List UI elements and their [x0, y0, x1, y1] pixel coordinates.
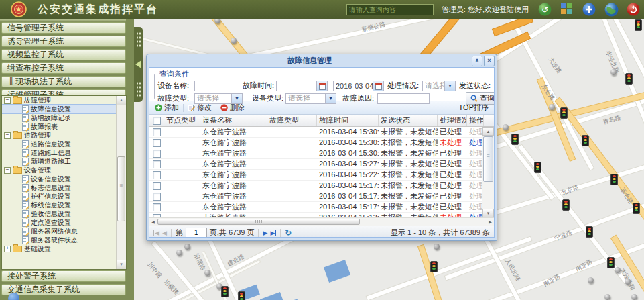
fault-type-select[interactable]: 请选择 ▼	[194, 93, 243, 104]
device-type-select[interactable]: 请选择 ▼	[285, 93, 336, 104]
row-checkbox[interactable]	[153, 171, 161, 179]
traffic-signal-marker-icon[interactable]	[607, 257, 615, 268]
column-header[interactable]: 设备名称	[200, 115, 267, 126]
tree-item[interactable]: 新增故障记录	[2, 113, 126, 122]
camera-marker-icon[interactable]	[184, 244, 190, 250]
table-row[interactable]: 东仓路宁波路 2016-03-04 15:17:01 未报警，未发短信 已处理 …	[149, 191, 494, 202]
tree-item[interactable]: 基础设置	[2, 244, 126, 253]
column-header[interactable]: 发送状态	[379, 115, 438, 126]
sidebar-subsystem-item[interactable]: 接处警子系统	[1, 270, 126, 282]
camera-marker-icon[interactable]	[503, 124, 509, 130]
table-row[interactable]: 东仓路宁波路 2016-03-04 15:30:00 未报警，未发短信 已处理 …	[149, 148, 494, 159]
scrollbar-thumb[interactable]	[483, 136, 493, 182]
row-checkbox[interactable]	[153, 203, 161, 211]
traffic-signal-marker-icon[interactable]	[511, 134, 519, 145]
sidebar-subsystem-item[interactable]: 缉查布控子系统	[1, 62, 126, 74]
sidebar-splitter[interactable]	[134, 27, 143, 102]
tree-item[interactable]: 道路施工信息	[2, 148, 126, 157]
prev-page-button[interactable]: ◀	[162, 230, 167, 236]
camera-marker-icon[interactable]	[604, 294, 610, 300]
camera-marker-icon[interactable]	[588, 277, 594, 283]
camera-marker-icon[interactable]	[615, 267, 621, 273]
tree-item[interactable]: 故障信息设置	[2, 105, 126, 113]
last-page-button[interactable]: ▶	[270, 230, 276, 236]
traffic-signal-marker-icon[interactable]	[635, 19, 642, 31]
column-header[interactable]: 操作	[467, 115, 484, 126]
scroll-down-icon[interactable]: ▼	[117, 260, 126, 269]
next-page-button[interactable]: ▶	[263, 230, 267, 236]
sidebar-subsystem-item[interactable]: 诱导管理子系统	[1, 36, 126, 47]
traffic-signal-marker-icon[interactable]	[560, 107, 568, 119]
tree-toggle-icon[interactable]	[4, 132, 11, 139]
traffic-signal-marker-icon[interactable]	[221, 286, 229, 297]
traffic-signal-marker-icon[interactable]	[238, 291, 245, 300]
tree-item[interactable]: 标志信息设置	[2, 183, 126, 192]
sidebar-subsystem-item[interactable]: 交通信息采集子系统	[1, 284, 126, 295]
tree-item[interactable]: 服务器硬件状态	[2, 236, 126, 244]
scroll-down-icon[interactable]: ▼	[482, 209, 494, 217]
tree-item[interactable]: 设备信息设置	[2, 174, 126, 183]
tree-item[interactable]: 故障管理	[2, 96, 126, 105]
send-status-select[interactable]: 请选择 ▼	[494, 81, 495, 91]
dialog-titlebar[interactable]: 故障信息管理 ∧ ×	[149, 54, 495, 67]
chevron-down-icon[interactable]: ▼	[325, 94, 336, 103]
column-header[interactable]: 故障类型	[267, 115, 317, 126]
select-all-checkbox[interactable]	[153, 117, 161, 125]
tree-item[interactable]: 设备管理	[2, 166, 126, 174]
column-header[interactable]: 节点类型	[164, 115, 200, 126]
tree-item[interactable]: 故障报表	[2, 122, 126, 131]
camera-marker-icon[interactable]	[204, 270, 210, 276]
camera-marker-icon[interactable]	[631, 294, 637, 300]
tree-item[interactable]: 护栏信息设置	[2, 192, 126, 201]
add-plus-icon[interactable]	[582, 3, 596, 16]
table-row[interactable]: 东仓路宁波路 2016-03-04 15:27:00 未报警，未发短信 已处理 …	[149, 159, 494, 170]
camera-marker-icon[interactable]	[434, 244, 440, 250]
tree-item[interactable]: 新增道路施工	[2, 157, 126, 166]
grid-horizontal-scrollbar[interactable]: ◀ ▶	[149, 217, 494, 226]
camera-marker-icon[interactable]	[231, 38, 237, 44]
camera-marker-icon[interactable]	[176, 250, 182, 256]
traffic-signal-marker-icon[interactable]	[430, 261, 438, 272]
top-sort-control[interactable]: TOP排序	[459, 103, 489, 113]
globe-icon[interactable]	[604, 3, 618, 16]
tree-item[interactable]: 道路管理	[2, 131, 126, 140]
fault-time-from-field[interactable]	[276, 81, 328, 91]
fault-reason-input[interactable]	[377, 93, 430, 104]
tree-item[interactable]: 验收信息设置	[2, 209, 126, 218]
traffic-signal-marker-icon[interactable]	[625, 73, 633, 85]
traffic-signal-marker-icon[interactable]	[534, 162, 541, 173]
table-row[interactable]: 东仓路宁波路 2016-03-04 15:17:01 未报警，未发短信 已处理 …	[149, 181, 494, 191]
chevron-down-icon[interactable]: ▼	[444, 81, 455, 91]
handle-status-select[interactable]: 请选择 ▼	[422, 81, 456, 91]
close-dialog-button[interactable]: ×	[484, 56, 495, 66]
table-row[interactable]: 上海路长春路 2016-03-04 15:13:45 未报警，未发短信 未处理 …	[149, 213, 494, 217]
scroll-up-icon[interactable]: ▲	[117, 96, 126, 105]
collapse-dialog-button[interactable]: ∧	[472, 56, 482, 66]
add-button[interactable]: 添加	[155, 103, 179, 113]
traffic-signal-marker-icon[interactable]	[610, 174, 618, 185]
device-name-input[interactable]	[194, 81, 233, 91]
column-header[interactable]: 处理情况	[438, 115, 467, 126]
row-checkbox[interactable]	[153, 182, 161, 190]
row-checkbox[interactable]	[153, 160, 161, 168]
scroll-left-icon[interactable]: ◀	[149, 219, 157, 224]
row-checkbox[interactable]	[153, 214, 161, 218]
sidebar-subsystem-item[interactable]: 非现场执法子系统	[1, 76, 126, 87]
tree-item[interactable]: 定点巡查设置	[2, 218, 126, 227]
calendar-icon[interactable]	[316, 81, 327, 91]
scrollbar-thumb[interactable]	[117, 156, 125, 221]
row-checkbox[interactable]	[153, 128, 161, 136]
camera-marker-icon[interactable]	[549, 104, 555, 110]
calendar-icon[interactable]	[373, 81, 383, 91]
column-header[interactable]: 故障时间	[317, 115, 379, 126]
delete-button[interactable]: 删除	[220, 103, 245, 113]
search-input[interactable]	[346, 4, 434, 15]
tree-toggle-icon[interactable]	[4, 167, 11, 174]
fault-time-to-field[interactable]: 2016-03-04	[333, 81, 384, 91]
chevron-down-icon[interactable]: ▼	[231, 94, 242, 103]
power-icon[interactable]	[627, 3, 640, 16]
tree-toggle-icon[interactable]	[4, 246, 11, 252]
edit-button[interactable]: 修改	[188, 103, 212, 113]
sidebar-subsystem-item[interactable]: 信号管理子系统	[1, 22, 126, 34]
first-page-button[interactable]: ◀	[153, 230, 159, 236]
